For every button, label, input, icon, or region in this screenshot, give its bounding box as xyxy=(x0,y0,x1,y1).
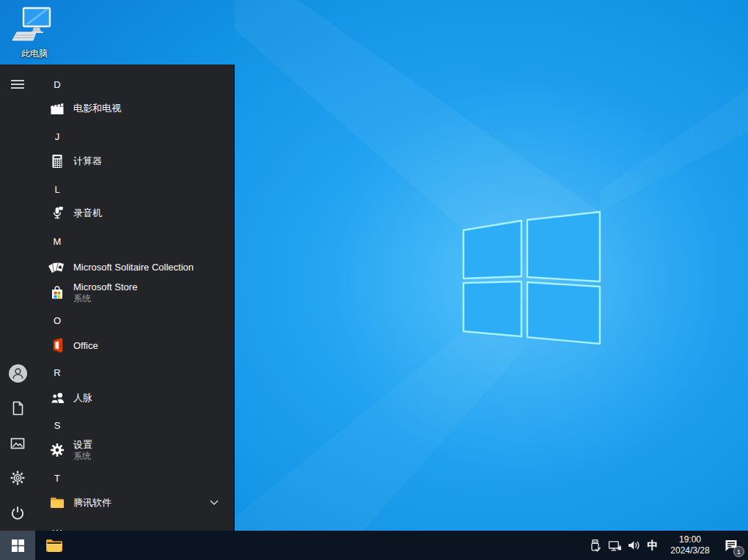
usb-device-tray-icon[interactable] xyxy=(587,531,604,560)
folder-icon xyxy=(45,494,69,512)
volume-tray-icon[interactable] xyxy=(625,531,642,560)
app-item-calculator[interactable]: 计算器 xyxy=(37,150,232,172)
section-letter-label: T xyxy=(45,473,69,484)
app-sublabel: 系统 xyxy=(73,451,92,461)
app-item-solitaire[interactable]: ♠ Microsoft Solitaire Collection xyxy=(37,256,232,278)
network-tray-icon[interactable] xyxy=(606,531,623,560)
app-label: Microsoft Solitaire Collection xyxy=(73,262,194,273)
clock-time: 19:00 xyxy=(664,534,716,545)
app-item-movies-tv[interactable]: 电影和电视 xyxy=(37,97,232,119)
solitaire-cards-icon: ♠ xyxy=(45,258,69,276)
desktop-icon-this-pc[interactable]: 此电脑 xyxy=(6,6,63,60)
app-label: 电影和电视 xyxy=(73,102,121,115)
microsoft-store-icon xyxy=(45,284,69,301)
section-letter-label: M xyxy=(45,236,69,247)
section-letter-label: L xyxy=(45,184,69,195)
start-menu-panel: D 电影和电视 J xyxy=(0,65,235,531)
clock-date: 2024/3/28 xyxy=(664,545,716,556)
section-letter-m[interactable]: M xyxy=(37,230,232,252)
rail-settings-button[interactable] xyxy=(0,460,35,495)
hamburger-menu-icon xyxy=(9,75,26,93)
windows-logo-icon xyxy=(12,539,24,552)
section-letter-l[interactable]: L xyxy=(37,178,232,200)
file-explorer-icon xyxy=(45,537,64,553)
network-icon xyxy=(607,538,622,553)
power-button[interactable] xyxy=(0,495,35,531)
settings-gear-icon xyxy=(45,441,69,459)
desktop-icon-label: 此电脑 xyxy=(6,48,63,60)
app-label: 腾讯软件 xyxy=(73,496,111,509)
section-letter-w[interactable]: W xyxy=(37,522,232,531)
chevron-down-icon xyxy=(210,500,219,506)
system-tray: 中 19:00 2024/3/28 1 xyxy=(585,531,748,560)
office-icon xyxy=(45,336,69,354)
this-pc-icon xyxy=(11,6,58,44)
app-item-settings[interactable]: 设置 系统 xyxy=(37,434,232,466)
start-button[interactable] xyxy=(0,531,35,560)
app-item-people[interactable]: 人脉 xyxy=(37,387,232,409)
action-center-button[interactable]: 1 xyxy=(720,531,742,560)
expand-menu-button[interactable] xyxy=(0,67,35,102)
volume-icon xyxy=(626,538,641,553)
power-icon xyxy=(9,504,26,522)
section-letter-label: J xyxy=(45,131,69,142)
app-label: 设置 xyxy=(73,439,92,451)
section-letter-o[interactable]: O xyxy=(37,309,232,331)
notification-badge: 1 xyxy=(733,546,744,557)
section-letter-label: R xyxy=(45,367,69,378)
app-label: 计算器 xyxy=(73,155,102,168)
documents-button[interactable] xyxy=(0,391,35,426)
app-item-tencent-folder[interactable]: 腾讯软件 xyxy=(37,492,232,514)
section-letter-j[interactable]: J xyxy=(37,125,232,147)
start-menu-rail xyxy=(0,65,35,531)
people-icon xyxy=(45,389,69,407)
app-label: Office xyxy=(73,340,98,351)
ime-indicator[interactable]: 中 xyxy=(644,539,661,553)
app-item-voice-recorder[interactable]: 录音机 xyxy=(37,202,232,224)
section-letter-r[interactable]: R xyxy=(37,361,232,383)
documents-icon xyxy=(9,399,26,417)
section-letter-s[interactable]: S xyxy=(37,414,232,436)
start-menu-app-list: D 电影和电视 J xyxy=(35,65,233,531)
section-letter-d[interactable]: D xyxy=(37,73,232,95)
section-letter-t[interactable]: T xyxy=(37,467,232,489)
app-item-microsoft-store[interactable]: Microsoft Store 系统 xyxy=(37,276,232,309)
section-letter-label: O xyxy=(45,315,69,326)
voice-recorder-icon xyxy=(45,205,69,222)
file-explorer-button[interactable] xyxy=(40,531,69,560)
app-label: Microsoft Store xyxy=(73,281,137,293)
usb-icon xyxy=(588,538,603,553)
movies-tv-icon xyxy=(45,100,69,117)
clock[interactable]: 19:00 2024/3/28 xyxy=(664,534,716,556)
app-sublabel: 系统 xyxy=(73,293,137,303)
section-letter-label: D xyxy=(45,79,69,90)
calculator-icon xyxy=(45,152,69,170)
pictures-icon xyxy=(9,435,26,452)
app-item-office[interactable]: Office xyxy=(37,334,232,356)
user-account-icon xyxy=(8,364,28,383)
pictures-button[interactable] xyxy=(0,426,35,461)
app-label: 录音机 xyxy=(73,207,102,220)
user-account-button[interactable] xyxy=(0,355,35,391)
section-letter-label: S xyxy=(45,420,69,431)
app-label: 人脉 xyxy=(73,391,92,405)
settings-gear-icon xyxy=(9,469,26,487)
taskbar: 中 19:00 2024/3/28 1 xyxy=(0,531,748,560)
